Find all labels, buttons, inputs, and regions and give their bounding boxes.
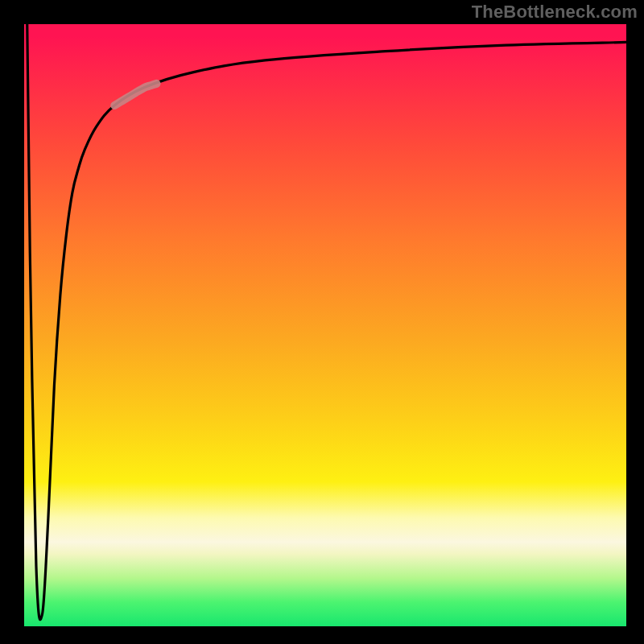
chart-plot-area [24, 24, 626, 626]
attribution-label: TheBottleneck.com [472, 0, 638, 24]
